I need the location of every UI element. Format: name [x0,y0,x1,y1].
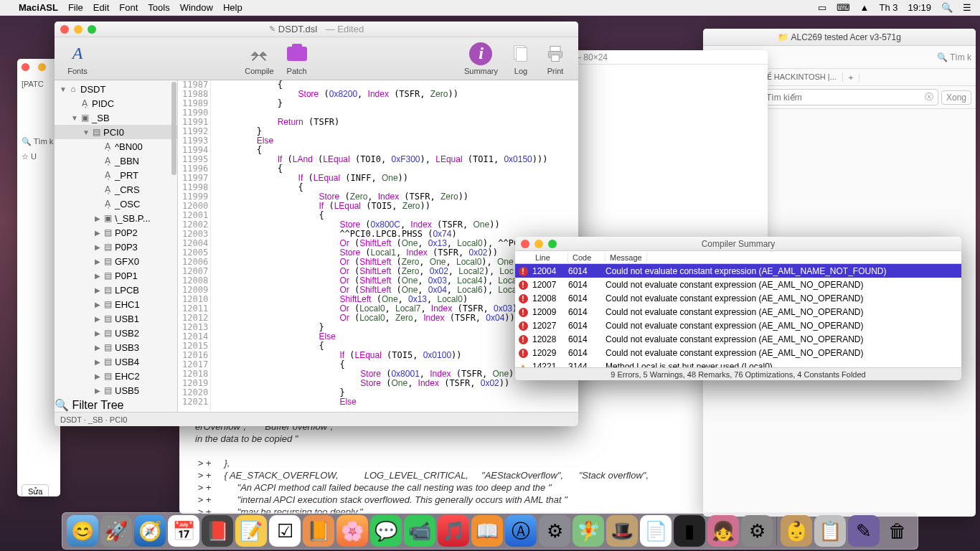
summary-rows[interactable]: !120046014Could not evaluate constant ex… [515,264,961,367]
dock-itunes[interactable]: 🎵 [438,515,469,547]
menu-tools[interactable]: Tools [148,2,169,13]
finder-search-input[interactable] [766,93,925,103]
close-button[interactable] [521,240,529,248]
tree-node-p0p3[interactable]: ▶▤P0P3 [55,240,177,254]
dock-facetime[interactable]: 📹 [404,515,435,547]
dock-safari[interactable]: 🧭 [134,515,166,547]
compile-button[interactable]: Compile [239,42,279,75]
tree-node-dsdt[interactable]: ▼⌂DSDT [55,82,177,96]
dock-app2[interactable]: 🎩 [606,515,638,547]
dock-finder[interactable]: 😊 [67,515,98,547]
edit-button[interactable]: Sửa [22,484,49,496]
tree-node-lpcb[interactable]: ▶▤LPCB [55,283,177,297]
close-button[interactable] [60,25,69,34]
tree-node-^bn00[interactable]: Aͅ^BN00 [55,139,177,154]
minimize-button[interactable] [74,25,83,34]
tree-node-ehc1[interactable]: ▶▤EHC1 [55,297,177,311]
spotlight-icon[interactable]: 🔍 [941,2,953,13]
dock-launchpad[interactable]: 🚀 [100,515,132,547]
summary-row[interactable]: !120276014Could not evaluate constant ex… [515,319,961,332]
summary-row[interactable]: !120096014Could not evaluate constant ex… [515,305,961,319]
compiler-summary-window: Compiler Summary Line Code Message !1200… [515,237,961,380]
tree-node-usb1[interactable]: ▶▤USB1 [55,311,177,326]
log-button[interactable]: Log [504,42,538,75]
tree-node-_sb[interactable]: ▼▣_SB [55,110,177,125]
volume-icon[interactable]: ▲ [860,2,870,13]
dock-app6[interactable]: 👶 [781,515,812,547]
dock-appstore[interactable]: Ⓐ [505,515,537,547]
dock-ibooks[interactable]: 📖 [471,515,503,547]
tree-node-pci0[interactable]: ▼▤PCI0 [55,125,177,139]
summary-row[interactable]: ▲142213144Method Local is set but never … [515,359,961,367]
summary-header: Line Code Message [515,251,961,264]
tree-node-usb2[interactable]: ▶▤USB2 [55,326,177,340]
dock-app7[interactable]: 📋 [814,515,846,547]
dock-contacts[interactable]: 📕 [202,515,233,547]
summary-row[interactable]: !120046014Could not evaluate constant ex… [515,264,961,278]
tree-node-usb5[interactable]: ▶▤USB5 [55,383,177,397]
tree-node-_prt[interactable]: Aͅ_PRT [55,168,177,182]
tree-node-\_sb.p...[interactable]: ▶▣\_SB.P... [55,211,177,225]
dock-terminal[interactable]: ▮ [674,515,705,547]
summary-row[interactable]: !120286014Could not evaluate constant ex… [515,332,961,346]
print-button[interactable]: Print [538,42,573,75]
done-button[interactable]: Xong [941,90,971,105]
tree-node-pidc[interactable]: AͅPIDC [55,96,177,110]
summary-row[interactable]: !120076014Could not evaluate constant ex… [515,278,961,291]
dock-calendar[interactable]: 📅 [168,515,199,547]
dock-messages[interactable]: 💬 [370,515,402,547]
fonts-button[interactable]: AFonts [60,42,95,75]
menu-font[interactable]: Font [119,2,138,13]
tree-node-p0p1[interactable]: ▶▤P0P1 [55,268,177,283]
notification-icon[interactable]: ☰ [963,2,971,13]
bg-left-window: [PATC 🔍 Tìm k ☆ U Sửa [17,59,60,496]
dock-app5[interactable]: ⚙ [741,515,773,547]
maximize-button[interactable] [548,240,557,248]
dock: 😊 🚀 🧭 📅 📕 📝 ☑︎ 📙 🌸 💬 📹 🎵 📖 Ⓐ ⚙ 🧚 🎩 📄 ▮ 👧… [62,512,918,550]
menu-help[interactable]: Help [223,2,242,13]
summary-status: 9 Errors, 5 Warnings, 48 Remarks, 76 Opt… [515,367,961,380]
summary-row[interactable]: !120296014Could not evaluate constant ex… [515,346,961,359]
menu-edit[interactable]: Edit [93,2,109,13]
menu-window[interactable]: Window [180,2,213,13]
tree-node-_crs[interactable]: Aͅ_CRS [55,182,177,197]
finder-tab-add[interactable]: + [843,73,859,82]
tree-node-p0p2[interactable]: ▶▤P0P2 [55,225,177,240]
minimize-button[interactable] [534,240,543,248]
dock-reminders[interactable]: ☑︎ [269,515,301,547]
battery-icon[interactable]: ▭ [818,2,826,13]
svg-rect-4 [552,55,560,61]
search-icon: 🔍 [55,399,69,411]
menu-file[interactable]: File [68,2,83,13]
app-name[interactable]: MaciASL [19,2,58,13]
tree-node-ehc2[interactable]: ▶▤EHC2 [55,369,177,383]
dock-ibooks2[interactable]: 📙 [303,515,334,547]
summary-row[interactable]: !120086014Could not evaluate constant ex… [515,291,961,305]
dock-app1[interactable]: 🧚 [573,515,604,547]
dock-notes[interactable]: 📝 [235,515,267,547]
tree-node-_osc[interactable]: Aͅ_OSC [55,197,177,211]
menubar-day[interactable]: Th 3 [879,2,897,13]
tree-node-usb4[interactable]: ▶▤USB4 [55,354,177,369]
tree-node-gfx0[interactable]: ▶▤GFX0 [55,254,177,268]
tree-node-_bbn[interactable]: Aͅ_BBN [55,154,177,168]
input-icon[interactable]: ⌨ [837,2,850,13]
pathbar[interactable]: DSDT · _SB · PCI0 [55,412,578,426]
dock-photos[interactable]: 🌸 [336,515,368,547]
filter-tree[interactable]: 🔍 Filter Tree [55,398,177,412]
patch-button[interactable]: Patch [280,42,314,75]
clear-icon[interactable]: ⓧ [925,91,933,103]
maximize-button[interactable] [88,25,96,34]
dock-app3[interactable]: 📄 [640,515,672,547]
titlebar[interactable]: ✎DSDT.dsl — Edited [55,22,578,37]
dock-trash[interactable]: 🗑 [882,515,913,547]
summary-button[interactable]: iSummary [458,42,504,75]
tree-node-usb3[interactable]: ▶▤USB3 [55,340,177,354]
dock-settings[interactable]: ⚙ [539,515,570,547]
dock-app4[interactable]: 👧 [707,515,739,547]
dock-app8[interactable]: ✎ [848,515,880,547]
tree[interactable]: ▼⌂DSDTAͅPIDC▼▣_SB▼▤PCI0Aͅ^BN00Aͅ_BBNAͅ_P… [55,80,177,398]
menubar-time[interactable]: 19:19 [908,2,931,13]
scrollbar[interactable] [171,82,176,175]
toolbar: AFonts Compile Patch iSummary Log Print [55,37,578,80]
